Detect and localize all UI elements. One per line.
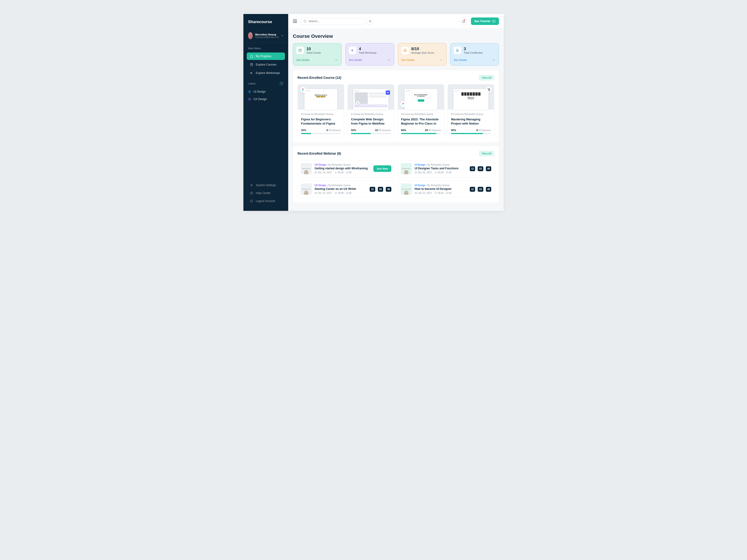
- webinar-category: UX Design: [315, 163, 326, 166]
- add-label-button[interactable]: +: [279, 81, 284, 86]
- webinar-title: Starting Career as an UX Writer: [315, 187, 367, 191]
- certificate-icon: [454, 47, 461, 54]
- countdown: 12:03:49: [470, 166, 491, 171]
- stat-value: 4: [359, 47, 377, 51]
- nav-my-progress[interactable]: My Progress: [247, 52, 285, 60]
- see-tutorial-button[interactable]: See Tutorial: [471, 18, 499, 25]
- profile-card[interactable]: Marcelino Hwang heymarcel@email.com: [243, 29, 288, 43]
- webinar-time: 09.00 - 12.00: [435, 171, 452, 174]
- webinar-author: • By Richardino Gueva: [327, 184, 351, 187]
- search-input[interactable]: [309, 20, 362, 23]
- mic-button[interactable]: [367, 18, 373, 25]
- progress-lessons: 8/10 lessons: [476, 129, 491, 132]
- stat-value: 8/10: [411, 47, 434, 51]
- calendar-icon: [315, 171, 317, 174]
- view-all-webinars[interactable]: View All: [479, 151, 494, 156]
- course-card[interactable]: W A Course by Richardino Gueva Complete …: [347, 84, 394, 138]
- hamburger-icon[interactable]: [293, 20, 297, 23]
- webinar-date: Dec 22, 2022: [415, 192, 432, 194]
- progress-percent: 89%: [401, 129, 406, 132]
- clock-icon: [435, 171, 437, 174]
- webinar-category: UI Design: [415, 184, 426, 187]
- svg-point-3: [304, 20, 306, 22]
- sidebar: Sharecourse Marcelino Hwang heymarcel@em…: [243, 14, 288, 211]
- webinar-card[interactable]: UI Designer Tasks an UI Design • By Rich…: [398, 160, 494, 177]
- recent-webinars-panel: Recent Enrolled Webinar (8) View All Get…: [293, 146, 499, 203]
- view-all-courses[interactable]: View All: [479, 75, 494, 80]
- course-title: Mastering Managing Project with Notion: [451, 117, 491, 126]
- svg-point-12: [302, 89, 303, 90]
- countdown: 12:03:49: [470, 187, 491, 192]
- see-details-link[interactable]: See Details: [349, 58, 362, 61]
- see-details-link[interactable]: See Details: [297, 58, 309, 61]
- course-thumbnail: W: [348, 84, 394, 110]
- countdown: 12:03:49: [370, 187, 391, 192]
- stat-label: Total Certificates: [464, 51, 483, 54]
- svg-rect-23: [415, 172, 416, 173]
- stat-avg-quiz[interactable]: A+ 8/10Average Quiz Score See Details→: [398, 43, 447, 65]
- calendar-icon: [315, 192, 317, 194]
- power-icon: [250, 199, 253, 203]
- topbar: See Tutorial: [288, 14, 504, 29]
- label-ux-design[interactable]: UX Design: [243, 96, 288, 103]
- svg-rect-27: [415, 192, 416, 194]
- page-title: Course Overview: [293, 33, 499, 39]
- nav-label: My Progress: [256, 55, 272, 58]
- notifications-button[interactable]: [460, 17, 468, 25]
- webinar-card[interactable]: Getting started desi UX Design • By Rich…: [298, 160, 394, 177]
- book-icon: [250, 63, 253, 66]
- nav-explore-courses[interactable]: Explore Courses: [247, 61, 285, 68]
- join-now-button[interactable]: Join Now: [374, 165, 391, 172]
- webinar-author: • By Richardino Gueva: [426, 163, 449, 166]
- see-details-link[interactable]: See Details: [454, 58, 467, 61]
- webinar-thumbnail: How to become UI Des: [401, 184, 412, 195]
- webinar-thumbnail: Starting Career as a: [301, 184, 312, 195]
- course-card[interactable]: Become UI Designerin 3 Months A Course b…: [398, 84, 444, 138]
- label-ui-design[interactable]: UI Design: [243, 88, 288, 96]
- panel-title: Recent Enrolled Course (12): [298, 76, 341, 80]
- quiz-icon: A+: [402, 47, 409, 54]
- nav-help-center[interactable]: Help Center: [247, 189, 285, 197]
- info-icon: [250, 191, 253, 195]
- search-icon: [303, 20, 307, 23]
- webinar-card[interactable]: How to become UI Des UI Design • By Rich…: [398, 181, 494, 198]
- nav-logout[interactable]: Logout Account: [247, 197, 285, 205]
- stat-total-workshop[interactable]: 4Total Workshop See Details→: [345, 43, 394, 65]
- course-card[interactable]: NNotion foreveryone A Course by Richardi…: [447, 84, 494, 138]
- stat-label: Total Workshop: [359, 51, 377, 54]
- course-thumbnail: Nothing great ismade alone.: [298, 84, 344, 110]
- see-details-link[interactable]: See Details: [402, 58, 414, 61]
- arrow-right-icon: →: [334, 58, 338, 62]
- profile-email: heymarcel@email.com: [255, 36, 279, 38]
- main-menu-label: Main Menu: [243, 43, 288, 52]
- nav-system-settings[interactable]: System Settings: [247, 182, 285, 189]
- clock-icon: [335, 192, 337, 194]
- course-thumbnail: NNotion foreveryone: [448, 84, 494, 110]
- gear-icon: [250, 184, 253, 187]
- stat-total-course[interactable]: 10Total Course See Details→: [293, 43, 342, 65]
- arrow-right-icon: →: [492, 58, 495, 62]
- stat-certificates[interactable]: 3Total Certificates See Details→: [450, 43, 499, 65]
- course-author: A Course by Richardino Gueva: [351, 113, 391, 115]
- webinar-date: Dec 19, 2022: [315, 192, 332, 194]
- label-text: UX Design: [253, 98, 267, 101]
- recent-courses-panel: Recent Enrolled Course (12) View All Not…: [293, 70, 499, 142]
- course-card[interactable]: Nothing great ismade alone. A Course by …: [298, 84, 344, 138]
- svg-rect-4: [370, 20, 370, 22]
- svg-point-17: [403, 103, 404, 104]
- course-author: A Course by Richardino Gueva: [401, 113, 441, 115]
- webinar-date: Dec 20, 2022: [415, 171, 432, 174]
- search-input-wrapper[interactable]: [300, 18, 365, 25]
- progress-bar: [451, 133, 491, 134]
- webinar-card[interactable]: Starting Career as a UX Design • By Rich…: [298, 181, 394, 198]
- svg-point-18: [402, 104, 403, 105]
- course-title: Figma 2023: The Absolute Beginner to Pro…: [401, 117, 441, 126]
- nav-label: Explore Workshops: [256, 71, 280, 75]
- nav-label: Explore Courses: [256, 63, 277, 66]
- calendar-icon: [415, 171, 417, 174]
- progress-lessons: 4/20 lessons: [326, 129, 341, 132]
- nav-label: Logout Account: [256, 199, 275, 203]
- nav-explore-workshops[interactable]: Explore Workshops: [247, 69, 285, 77]
- stat-value: 3: [464, 47, 483, 51]
- stat-label: Average Quiz Score: [411, 51, 434, 54]
